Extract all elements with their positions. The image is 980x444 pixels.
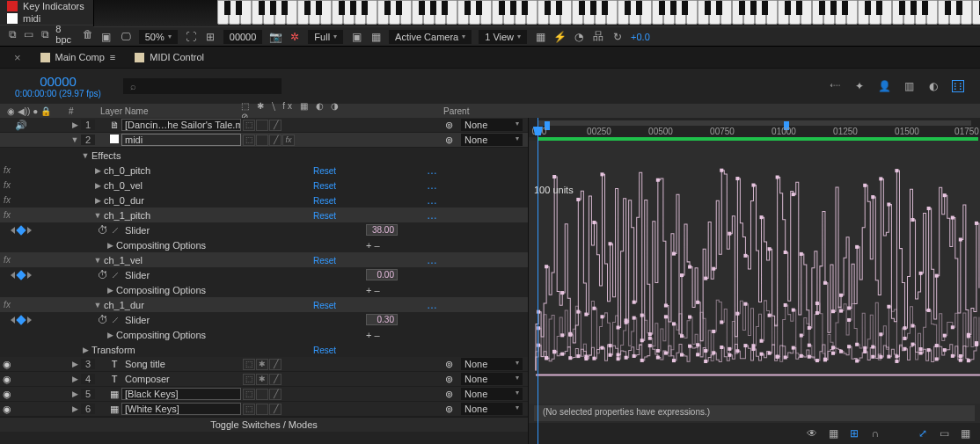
draft3d-icon[interactable]: ✦	[853, 80, 866, 92]
slider-value[interactable]: 0.30	[366, 314, 398, 325]
graph-editor-icon[interactable]: ⫶⫶	[952, 80, 964, 92]
snapshot-icon[interactable]: 📷	[269, 31, 282, 43]
exposure-value[interactable]: +0.0	[631, 32, 650, 42]
audio-file-icon: 🗎	[107, 120, 121, 130]
snap-icon[interactable]: ∩	[869, 427, 881, 440]
graph-icon[interactable]: ⟋	[109, 224, 121, 237]
flowchart-icon[interactable]: 品	[592, 31, 604, 43]
time-ruler[interactable]: 000 00250 00500 00750 01000 01250 01500 …	[529, 118, 980, 137]
zoom-select[interactable]: 50%▾	[139, 30, 178, 44]
mask-toggle-icon[interactable]: ▣	[100, 31, 113, 43]
slider-value[interactable]: 38.00	[366, 224, 398, 236]
twirl-icon[interactable]: ▶	[69, 120, 81, 129]
slider-pitch[interactable]: ⏱ ⟋ Slider 38.00	[0, 222, 528, 237]
parent-select[interactable]: None▾	[461, 119, 523, 131]
auto-zoom-icon[interactable]: ⤢	[917, 427, 929, 440]
effect-ch1-vel[interactable]: fx ▼ch_1_vel Reset …	[0, 252, 528, 267]
eye-icon[interactable]: 👁	[806, 427, 818, 440]
toggle-switches-modes[interactable]: Toggle Switches / Modes	[0, 417, 528, 432]
fit-selection-icon[interactable]: ▭	[938, 427, 950, 440]
timeline-main: 🔊 ▶ 1 🗎 [Dancin…he Sailor's Tale.mp3] ⬚╱…	[0, 118, 980, 444]
layer-row-4[interactable]: ◉ ▶4 T Composer ⬚✱╱ ⊚ None▾	[0, 372, 528, 387]
timeline-tabs: × Main Comp ≡ MIDI Control	[0, 46, 980, 69]
timeline-icon[interactable]: ◔	[573, 31, 585, 43]
comp-header: 00000 0:00:00:00 (29.97 fps) ⬸ ✦ 👤 ▥ ◐ ⫶…	[0, 69, 980, 104]
screen-icon[interactable]: 🖵	[120, 31, 132, 43]
tab-midi-control[interactable]: MIDI Control	[131, 48, 208, 66]
roi-icon[interactable]: ▣	[350, 31, 362, 43]
tab-label: MIDI Control	[150, 52, 204, 62]
keyframe-curves	[529, 141, 980, 380]
project-item[interactable]: midi	[0, 12, 93, 25]
graph-canvas[interactable]: 100 units	[529, 141, 980, 404]
bpc-display[interactable]: 8 bpc	[55, 24, 77, 45]
tab-menu-icon[interactable]: ≡	[110, 52, 115, 62]
reset-button[interactable]: Reset	[313, 166, 336, 176]
comp-layer-icon: ▦	[107, 389, 121, 400]
effect-ch1-pitch[interactable]: fx ▼ch_1_pitch Reset …	[0, 207, 528, 222]
viewer-controls: ▣ 🖵 50%▾ ⛶ ⊞ 00000 📷 ✲ Full▾ ▣ ▦ Active …	[93, 26, 980, 46]
slider-dur[interactable]: ⏱⟋ Slider 0.30	[0, 312, 528, 327]
audio-icon[interactable]: 🔊	[14, 120, 28, 131]
layer-name[interactable]: midi	[121, 134, 241, 146]
fx-badge[interactable]: fx	[0, 165, 14, 175]
pixel-aspect-icon[interactable]: ▦	[534, 31, 546, 43]
trash-icon[interactable]: 🗑	[82, 28, 92, 40]
folder-icon[interactable]: ▭	[23, 28, 33, 40]
layer-index: 2	[81, 135, 95, 145]
crop-icon[interactable]: ⛶	[185, 31, 197, 43]
layer-row-2[interactable]: ▼ 2 midi ⬚╱fx ⊚ None▾	[0, 133, 528, 148]
views-select[interactable]: 1 View▾	[479, 30, 527, 44]
effects-group[interactable]: ▼ Effects	[0, 148, 528, 163]
layer-name[interactable]: [Dancin…he Sailor's Tale.mp3]	[121, 119, 241, 131]
effect-ch1-dur[interactable]: fx ▼ch_1_dur Reset …	[0, 297, 528, 312]
frame-display[interactable]: 00000	[223, 30, 263, 44]
pickwhip-icon[interactable]: ⊚	[445, 135, 461, 146]
close-tab-button[interactable]: ×	[14, 51, 25, 64]
layer-row-5[interactable]: ◉ ▶5 ▦ [Black Keys] ⬚╱ ⊚ None▾	[0, 387, 528, 402]
layer-search-input[interactable]	[123, 78, 282, 94]
camera-select[interactable]: Active Camera▾	[389, 30, 472, 44]
frame-blend-icon[interactable]: ▥	[903, 80, 915, 92]
fast-preview-icon[interactable]: ⚡	[553, 31, 566, 43]
interpret-icon[interactable]: ⧉	[7, 28, 18, 40]
project-item[interactable]: Key Indicators	[0, 0, 93, 12]
compositing-options[interactable]: ▶Compositing Options + –	[0, 282, 528, 297]
about-link[interactable]: …	[419, 164, 445, 177]
project-footer-tools: ⧉ ▭ ⧉ 8 bpc 🗑	[0, 25, 93, 42]
reset-exposure-icon[interactable]: ↻	[611, 31, 624, 43]
twirl-open-icon[interactable]: ▼	[69, 135, 81, 144]
layer-row-3[interactable]: ◉ ▶3 T Song title ⬚✱╱ ⊚ None▾	[0, 357, 528, 372]
current-time[interactable]: 00000 0:00:00:00 (29.97 fps)	[0, 69, 116, 104]
comp-icon[interactable]: ⧉	[40, 28, 50, 40]
fit-all-icon[interactable]: ▦	[959, 427, 971, 440]
layer-row-6[interactable]: ◉ ▶6 ▦ [White Keys] ⬚╱ ⊚ None▾	[0, 402, 528, 417]
effect-ch0-vel[interactable]: fx ▶ch_0_vel Reset …	[0, 178, 528, 193]
parent-select[interactable]: None▾	[461, 134, 523, 146]
effect-ch0-pitch[interactable]: fx ▶ch_0_pitch Reset …	[0, 163, 528, 178]
show-transform-box-icon[interactable]: ⊞	[848, 427, 860, 440]
visibility-icon[interactable]: ◉	[0, 359, 14, 370]
selection-set-icon[interactable]: ▦	[827, 427, 839, 440]
color-mgmt-icon[interactable]: ✲	[289, 31, 301, 43]
comp-mini-flowchart-icon[interactable]: ⬸	[829, 80, 841, 92]
grid-icon[interactable]: ⊞	[204, 31, 216, 43]
compositing-options[interactable]: ▶Compositing Options + –	[0, 327, 528, 342]
layer-row-1[interactable]: 🔊 ▶ 1 🗎 [Dancin…he Sailor's Tale.mp3] ⬚╱…	[0, 118, 528, 133]
motion-blur-icon[interactable]: ◐	[927, 80, 940, 92]
compositing-options[interactable]: ▶Compositing Options + –	[0, 237, 528, 252]
keyframe-nav[interactable]	[9, 227, 35, 234]
pickwhip-icon[interactable]: ⊚	[445, 120, 461, 131]
transform-group[interactable]: ▶Transform Reset	[0, 342, 528, 357]
slider-value[interactable]: 0.00	[366, 269, 398, 280]
current-time-indicator[interactable]	[538, 118, 538, 444]
label-swatch-white	[7, 13, 18, 24]
stopwatch-icon[interactable]: ⏱	[97, 224, 109, 237]
tab-main-comp[interactable]: Main Comp ≡	[37, 48, 120, 66]
transparency-icon[interactable]: ▦	[369, 31, 382, 43]
column-headers: ◉ ◀)) ● 🔒 # Layer Name ⬚ ✱ ⧹ fx ▦ ◐ ◑ ⊘ …	[0, 104, 980, 118]
slider-vel[interactable]: ⏱⟋ Slider 0.00	[0, 267, 528, 282]
hide-shy-icon[interactable]: 👤	[878, 80, 890, 92]
resolution-select[interactable]: Full▾	[308, 30, 343, 44]
effect-ch0-dur[interactable]: fx ▶ch_0_dur Reset …	[0, 193, 528, 207]
